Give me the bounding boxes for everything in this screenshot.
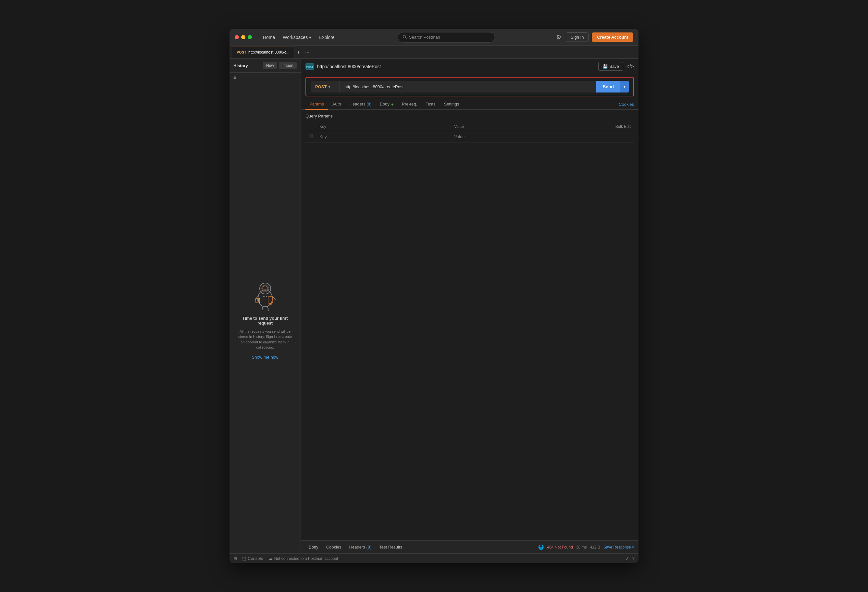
close-button[interactable] [235, 35, 239, 39]
content-area: POST http://localhost:8000/createPost 💾 … [301, 59, 639, 554]
res-tab-body[interactable]: Body [306, 543, 322, 551]
gear-icon: ⚙ [556, 34, 561, 41]
table-row [306, 131, 634, 142]
request-title-area: POST http://localhost:8000/createPost [306, 63, 381, 70]
chevron-down-icon: ▾ [329, 85, 330, 89]
send-button[interactable]: Send [596, 81, 620, 93]
cloud-icon: ☁ [269, 556, 273, 561]
expand-icon: ⤢ [626, 556, 629, 561]
search-bar-area: Search Postman [342, 32, 551, 43]
svg-point-3 [260, 283, 271, 294]
cookies-link[interactable]: Cookies [619, 102, 634, 107]
tab-auth[interactable]: Auth [329, 99, 345, 110]
sidebar-title: History [233, 63, 248, 68]
method-label: POST [315, 84, 326, 89]
show-me-how-link[interactable]: Show me how [252, 355, 279, 360]
minimize-button[interactable] [241, 35, 245, 39]
svg-line-1 [406, 37, 406, 38]
signin-button[interactable]: Sign In [566, 32, 589, 42]
status-code: 404 Not Found [547, 545, 573, 549]
create-account-button[interactable]: Create Account [592, 32, 633, 42]
param-value-input[interactable] [454, 134, 582, 139]
svg-line-8 [262, 306, 263, 310]
url-input[interactable] [340, 81, 596, 93]
tab-prereq[interactable]: Pre-req. [398, 99, 421, 110]
svg-line-9 [267, 306, 269, 310]
more-options-icon[interactable]: ··· [293, 75, 297, 80]
save-icon: 💾 [602, 64, 608, 69]
res-tab-test-results[interactable]: Test Results [376, 543, 406, 551]
send-dropdown-button[interactable]: ▾ [620, 81, 629, 93]
filter-icon[interactable]: ≡ [233, 75, 236, 80]
empty-state-desc: All the requests you send will be stored… [236, 329, 294, 350]
tab-method: POST [237, 50, 247, 54]
sidebar-header: History New Import [229, 59, 301, 73]
app-window: Home Workspaces ▾ Explore Search Postman [229, 29, 639, 563]
code-button[interactable]: </> [626, 63, 634, 69]
chevron-down-icon: ▾ [309, 35, 311, 40]
titlebar-right: ⚙ Sign In Create Account [555, 32, 633, 42]
active-tab[interactable]: POST http://localhost:8000/c... [232, 46, 294, 58]
traffic-lights [235, 35, 252, 39]
params-table: Key Value Bulk Edit [306, 123, 634, 142]
response-time: 38 ms [576, 545, 587, 549]
new-history-button[interactable]: New [263, 62, 277, 69]
connection-button[interactable]: ☁ Not connected to a Postman account [269, 556, 338, 561]
nav-home[interactable]: Home [260, 33, 278, 41]
search-input-wrap[interactable]: Search Postman [398, 32, 495, 43]
tab-body[interactable]: Body [376, 99, 397, 110]
globe-icon: 🌐 [538, 545, 544, 550]
request-header: POST http://localhost:8000/createPost 💾 … [301, 59, 639, 74]
search-icon [403, 34, 407, 40]
tab-headers[interactable]: Headers (8) [346, 99, 375, 110]
nav-explore[interactable]: Explore [316, 33, 338, 41]
search-placeholder: Search Postman [409, 35, 440, 40]
empty-state-title: Time to send your first request [236, 316, 294, 326]
method-selector[interactable]: POST ▾ [311, 81, 340, 93]
help-icon: ? [632, 556, 635, 561]
param-key-input[interactable] [319, 134, 448, 139]
console-button[interactable]: ⬚ Console [242, 556, 263, 561]
tab-params[interactable]: Params [306, 99, 328, 110]
tab-settings[interactable]: Settings [440, 99, 463, 110]
save-response-button[interactable]: Save Response ▾ [604, 545, 634, 549]
svg-point-12 [263, 296, 264, 297]
send-btn-group: Send ▾ [596, 81, 629, 93]
url-bar-container: POST ▾ Send ▾ [306, 77, 634, 96]
help-button[interactable]: ? [632, 556, 635, 561]
param-checkbox[interactable] [309, 134, 313, 138]
more-tabs-button[interactable]: ··· [303, 46, 312, 58]
chevron-down-icon: ▾ [624, 84, 626, 89]
sidebar: History New Import ≡ ··· [229, 59, 301, 554]
svg-point-13 [266, 296, 267, 297]
maximize-button[interactable] [248, 35, 252, 39]
sidebar-content: Time to send your first request All the … [229, 82, 301, 554]
request-tabs: Params Auth Headers (8) Body Pre-req. Te… [301, 99, 639, 110]
svg-point-11 [269, 303, 272, 305]
statusbar: ⊞ ⬚ Console ☁ Not connected to a Postman… [229, 554, 639, 563]
query-params-title: Query Params [306, 114, 634, 118]
nav-workspaces[interactable]: Workspaces ▾ [279, 33, 314, 41]
svg-text:POST: POST [306, 66, 313, 68]
save-button[interactable]: 💾 Save [598, 62, 623, 71]
nav-items: Home Workspaces ▾ Explore [260, 33, 338, 41]
response-bar: Body Cookies Headers (8) Test Results 🌐 … [301, 540, 639, 554]
import-button[interactable]: Import [279, 62, 297, 69]
res-tab-headers[interactable]: Headers (8) [346, 543, 375, 551]
expand-button[interactable]: ⤢ [626, 556, 629, 561]
res-tab-cookies[interactable]: Cookies [323, 543, 345, 551]
new-tab-button[interactable]: + [294, 46, 303, 58]
tab-url: http://localhost:8000/c... [248, 50, 289, 55]
url-bar: POST ▾ Send ▾ [311, 81, 629, 93]
titlebar: Home Workspaces ▾ Explore Search Postman [229, 29, 639, 46]
sidebar-actions: New Import [263, 62, 297, 69]
layout-button[interactable]: ⊞ [233, 556, 237, 561]
bulk-edit-button[interactable]: Bulk Edit [586, 123, 634, 131]
headers-badge: (8) [366, 102, 371, 106]
request-url-title: http://localhost:8000/createPost [317, 64, 381, 69]
response-size: 412 B [590, 545, 600, 549]
tab-tests[interactable]: Tests [422, 99, 439, 110]
statusbar-right: ⤢ ? [626, 556, 635, 561]
tabbar: POST http://localhost:8000/c... + ··· [229, 46, 639, 59]
settings-button[interactable]: ⚙ [555, 32, 562, 42]
